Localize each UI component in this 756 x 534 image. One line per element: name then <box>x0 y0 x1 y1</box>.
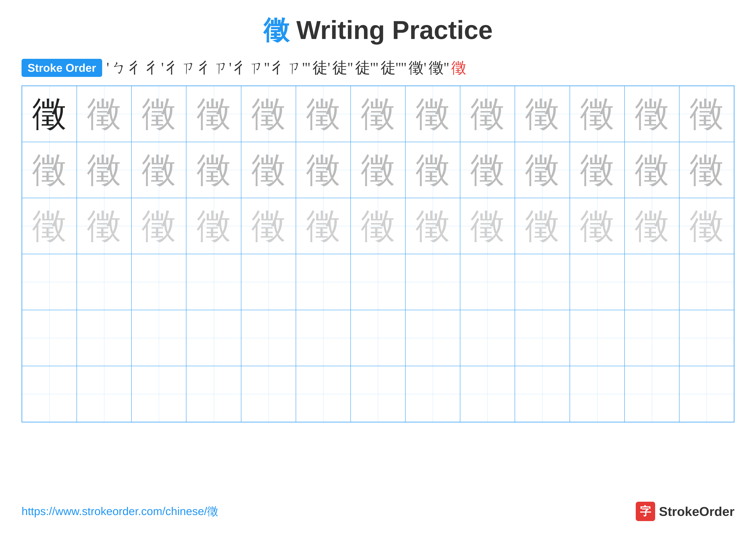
stroke-order-row: Stroke Order 'ㄅ彳彳'彳ㄗ彳ㄗ'彳ㄗ''彳ㄗ'''徒'徒''徒''… <box>21 59 735 77</box>
grid-cell[interactable] <box>296 366 351 422</box>
stroke-step-5: 彳ㄗ <box>166 60 196 75</box>
grid-cell[interactable] <box>515 254 570 310</box>
stroke-step-3: 彳 <box>129 60 144 75</box>
grid-cell: 徵 <box>679 142 734 198</box>
grid-cell[interactable] <box>351 254 405 310</box>
grid-cell[interactable] <box>570 310 625 366</box>
grid-cell: 徵 <box>515 198 570 254</box>
grid-cell[interactable] <box>241 310 296 366</box>
stroke-step-15: 徵 <box>451 60 466 75</box>
footer-logo: 字 StrokeOrder <box>636 502 735 521</box>
grid-cell[interactable] <box>131 310 186 366</box>
grid-cell: 徵 <box>77 142 131 198</box>
grid-cell[interactable] <box>515 366 570 422</box>
grid-cell[interactable] <box>296 310 351 366</box>
grid-cell: 徵 <box>351 198 405 254</box>
grid-cell[interactable] <box>625 254 679 310</box>
page-title: 徵 Writing Practice <box>263 13 493 48</box>
stroke-step-8: 彳ㄗ''' <box>272 60 310 75</box>
grid-cell: 徵 <box>570 142 625 198</box>
grid-cell: 徵 <box>460 86 515 142</box>
grid-cell: 徵 <box>186 198 241 254</box>
grid-cell[interactable] <box>22 366 77 422</box>
grid-cell: 徵 <box>241 198 296 254</box>
stroke-step-2: ㄅ <box>111 60 127 75</box>
grid-cell[interactable] <box>515 310 570 366</box>
grid-cell: 徵 <box>460 198 515 254</box>
grid-cell: 徵 <box>460 142 515 198</box>
practice-grid: 徵 徵 徵 徵 徵 徵 徵 徵 徵 徵 徵 徵 徵 徵 徵 徵 徵 徵 徵 徵 … <box>21 86 735 422</box>
grid-cell: 徵 <box>241 86 296 142</box>
grid-row-2: 徵 徵 徵 徵 徵 徵 徵 徵 徵 徵 徵 徵 徵 <box>22 142 734 198</box>
grid-cell[interactable] <box>77 366 131 422</box>
grid-cell[interactable] <box>570 254 625 310</box>
grid-cell: 徵 <box>186 142 241 198</box>
grid-cell[interactable] <box>460 366 515 422</box>
stroke-step-9: 徒' <box>312 60 330 75</box>
grid-cell[interactable] <box>679 254 734 310</box>
stroke-order-badge: Stroke Order <box>21 59 102 77</box>
grid-cell[interactable] <box>570 366 625 422</box>
grid-cell: 徵 <box>570 86 625 142</box>
grid-cell: 徵 <box>131 198 186 254</box>
grid-cell[interactable] <box>131 366 186 422</box>
grid-cell[interactable] <box>679 366 734 422</box>
stroke-step-7: 彳ㄗ'' <box>234 60 270 75</box>
grid-cell: 徵 <box>625 142 679 198</box>
stroke-step-11: 徒''' <box>355 60 378 75</box>
footer-logo-icon: 字 <box>636 502 655 521</box>
footer-logo-text: StrokeOrder <box>659 504 735 519</box>
grid-cell[interactable] <box>405 366 460 422</box>
grid-cell[interactable] <box>625 366 679 422</box>
grid-cell: 徵 <box>131 142 186 198</box>
grid-cell: 徵 <box>405 86 460 142</box>
grid-cell: 徵 <box>570 198 625 254</box>
grid-cell: 徵 <box>679 198 734 254</box>
grid-cell[interactable] <box>131 254 186 310</box>
grid-cell: 徵 <box>296 198 351 254</box>
title-character: 徵 <box>263 15 289 44</box>
grid-cell[interactable] <box>241 254 296 310</box>
grid-cell[interactable] <box>405 254 460 310</box>
grid-cell: 徵 <box>679 86 734 142</box>
grid-cell[interactable] <box>77 310 131 366</box>
grid-cell[interactable] <box>351 310 405 366</box>
grid-cell: 徵 <box>22 86 77 142</box>
grid-cell[interactable] <box>22 254 77 310</box>
grid-cell[interactable] <box>77 254 131 310</box>
stroke-step-12: 徒'''' <box>381 60 406 75</box>
grid-cell: 徵 <box>241 142 296 198</box>
stroke-step-13: 徵' <box>409 60 426 75</box>
grid-cell: 徵 <box>77 198 131 254</box>
grid-cell[interactable] <box>405 310 460 366</box>
page-container: 徵 Writing Practice Stroke Order 'ㄅ彳彳'彳ㄗ彳… <box>0 0 756 534</box>
stroke-sequence: 'ㄅ彳彳'彳ㄗ彳ㄗ'彳ㄗ''彳ㄗ'''徒'徒''徒'''徒''''徵'徵''徵 <box>106 60 466 75</box>
grid-cell[interactable] <box>186 310 241 366</box>
grid-cell: 徵 <box>22 198 77 254</box>
grid-cell[interactable] <box>186 366 241 422</box>
grid-row-4[interactable] <box>22 254 734 310</box>
grid-cell[interactable] <box>351 366 405 422</box>
grid-cell[interactable] <box>625 310 679 366</box>
grid-row-3: 徵 徵 徵 徵 徵 徵 徵 徵 徵 徵 徵 徵 徵 <box>22 198 734 254</box>
grid-row-6[interactable] <box>22 366 734 422</box>
grid-cell[interactable] <box>679 310 734 366</box>
grid-cell[interactable] <box>460 254 515 310</box>
grid-cell: 徵 <box>186 86 241 142</box>
grid-cell[interactable] <box>296 254 351 310</box>
footer: https://www.strokeorder.com/chinese/徵 字 … <box>21 502 735 521</box>
grid-cell: 徵 <box>515 86 570 142</box>
grid-row-5[interactable] <box>22 310 734 366</box>
grid-cell[interactable] <box>186 254 241 310</box>
grid-cell[interactable] <box>460 310 515 366</box>
grid-cell: 徵 <box>131 86 186 142</box>
grid-cell[interactable] <box>241 366 296 422</box>
footer-url[interactable]: https://www.strokeorder.com/chinese/徵 <box>21 504 218 519</box>
grid-row-1: 徵 徵 徵 徵 徵 徵 徵 徵 徵 徵 徵 徵 徵 <box>22 86 734 142</box>
grid-cell: 徵 <box>77 86 131 142</box>
grid-cell[interactable] <box>22 310 77 366</box>
grid-cell: 徵 <box>405 198 460 254</box>
stroke-step-10: 徒'' <box>332 60 353 75</box>
grid-cell: 徵 <box>351 86 405 142</box>
stroke-step-1: ' <box>106 60 109 75</box>
